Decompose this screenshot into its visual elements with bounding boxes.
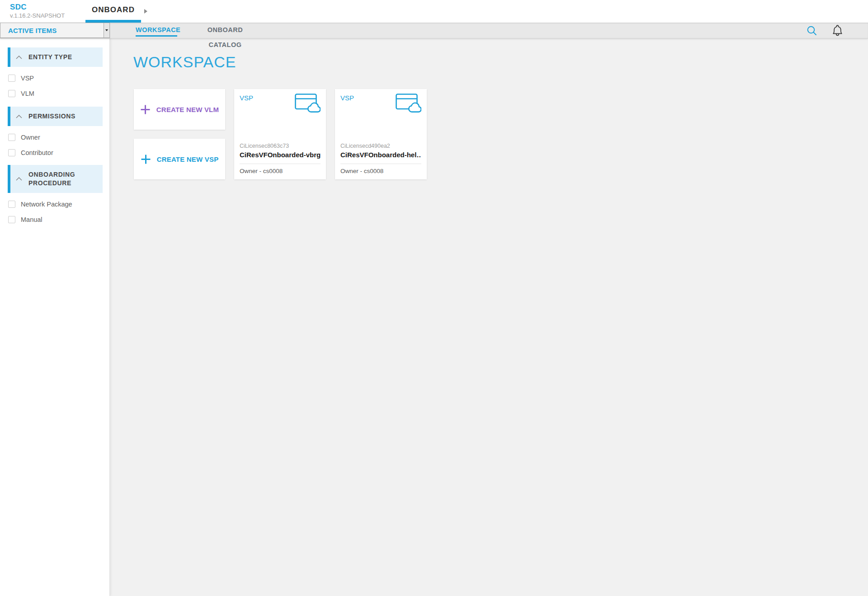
toolbar: ACTIVE ITEMS WORKSPACE ONBOARD CATALOG	[0, 23, 868, 38]
card-owner: Owner - cs0008	[340, 168, 421, 174]
browser-cloud-icon	[396, 94, 421, 113]
section-title: PERMISSIONS	[28, 112, 75, 121]
main-content: WORKSPACE CREATE NEW VLM CREATE NEW VSP …	[110, 38, 868, 596]
card-divider	[240, 164, 321, 164]
owner-checkbox[interactable]	[8, 134, 15, 141]
card-info: CiLicensec8063c73 CiResVFOnboarded-vbrg……	[240, 142, 321, 174]
nav-expand-arrow-icon[interactable]	[144, 9, 147, 14]
filter-sidebar: ENTITY TYPE VSP VLM PERMISSIONS Owner Co…	[0, 38, 110, 596]
section-title: ENTITY TYPE	[28, 53, 72, 61]
card-info: CiLicensecd490ea2 CiResVFOnboarded-hel… …	[340, 142, 421, 174]
vlm-checkbox[interactable]	[8, 90, 15, 97]
card-name: CiResVFOnboarded-vbrg…	[240, 150, 321, 159]
vsp-card[interactable]: VSP CiLicensecd490ea2 CiResVFOnboarded-h…	[335, 89, 427, 179]
filter-item-label: VLM	[21, 90, 34, 97]
contributor-checkbox[interactable]	[8, 149, 15, 156]
search-icon[interactable]	[807, 25, 817, 36]
create-button-label: CREATE NEW VLM	[156, 106, 219, 113]
card-vendor: CiLicensecd490ea2	[340, 142, 421, 150]
filter-item-network-package: Network Package	[8, 200, 109, 208]
logo-title: SDC	[10, 3, 65, 12]
chevron-up-icon	[16, 115, 22, 118]
card-divider	[340, 164, 421, 164]
card-vendor: CiLicensec8063c73	[240, 142, 321, 150]
network-package-checkbox[interactable]	[8, 201, 15, 208]
manual-checkbox[interactable]	[8, 216, 15, 223]
filter-item-label: Network Package	[21, 201, 72, 208]
app-logo[interactable]: SDC v.1.16.2-SNAPSHOT	[10, 3, 65, 19]
section-title: ONBOARDING PROCEDURE	[28, 170, 99, 188]
active-items-select[interactable]: ACTIVE ITEMS	[0, 23, 110, 38]
section-header-onboarding-procedure[interactable]: ONBOARDING PROCEDURE	[8, 165, 103, 193]
create-button-label: CREATE NEW VSP	[157, 155, 219, 163]
page-title: WORKSPACE	[133, 53, 236, 71]
chevron-up-icon	[16, 177, 22, 181]
notifications-bell-icon[interactable]	[831, 24, 844, 37]
create-new-vsp-button[interactable]: CREATE NEW VSP	[134, 139, 225, 179]
caret-down-icon	[105, 29, 108, 31]
vsp-checkbox[interactable]	[8, 75, 15, 82]
plus-icon	[140, 104, 151, 115]
create-new-vlm-button[interactable]: CREATE NEW VLM	[134, 89, 225, 130]
plus-icon	[141, 154, 151, 164]
filter-item-label: VSP	[21, 75, 34, 82]
app-header: SDC v.1.16.2-SNAPSHOT ONBOARD	[0, 0, 868, 23]
filter-item-contributor: Contributor	[8, 149, 109, 156]
active-items-select-value: ACTIVE ITEMS	[8, 27, 57, 34]
filter-item-vsp: VSP	[8, 74, 109, 82]
card-name: CiResVFOnboarded-hel…	[340, 150, 421, 159]
cards-grid: CREATE NEW VLM CREATE NEW VSP VSP CiLice…	[134, 89, 427, 179]
browser-cloud-icon	[295, 94, 321, 113]
filter-item-label: Manual	[21, 216, 42, 223]
filter-item-vlm: VLM	[8, 89, 109, 97]
filter-item-manual: Manual	[8, 216, 109, 223]
nav-tab-onboard[interactable]: ONBOARD	[85, 0, 141, 23]
logo-version: v.1.16.2-SNAPSHOT	[10, 12, 65, 19]
select-dropdown-button[interactable]	[104, 23, 109, 38]
vsp-card[interactable]: VSP CiLicensec8063c73 CiResVFOnboarded-v…	[234, 89, 326, 179]
filter-item-owner: Owner	[8, 133, 109, 141]
section-header-entity-type[interactable]: ENTITY TYPE	[8, 47, 103, 67]
filter-item-label: Contributor	[21, 149, 53, 156]
create-buttons-column: CREATE NEW VLM CREATE NEW VSP	[134, 89, 225, 179]
section-header-permissions[interactable]: PERMISSIONS	[8, 107, 103, 126]
filter-item-label: Owner	[21, 134, 40, 141]
card-owner: Owner - cs0008	[240, 168, 321, 174]
tab-workspace[interactable]: WORKSPACE	[136, 23, 177, 37]
chevron-up-icon	[16, 56, 22, 59]
tab-onboard-catalog[interactable]: ONBOARD CATALOG	[193, 23, 257, 38]
